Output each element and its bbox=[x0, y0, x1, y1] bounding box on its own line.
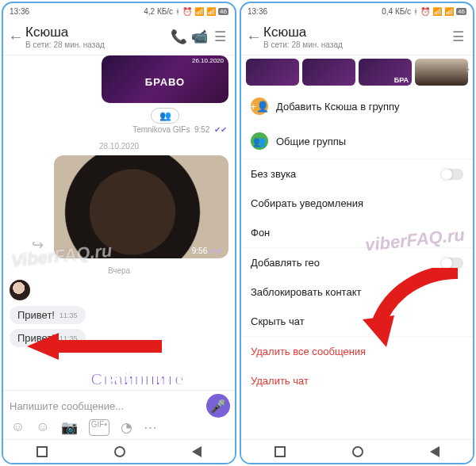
status-bar: 13:36 0,4 КБ/с ᚼ ⏰ 📶 📶 46 bbox=[241, 3, 473, 19]
message-time: 11:35 bbox=[60, 311, 78, 319]
gif-text: БРАВО bbox=[102, 76, 228, 88]
back-icon[interactable]: ← bbox=[8, 28, 25, 46]
android-navbar bbox=[3, 439, 235, 463]
read-icon: ✔✔ bbox=[214, 125, 227, 134]
contact-name: Ксюша bbox=[263, 25, 447, 40]
annotation-swipe-label: Свайпните bbox=[90, 369, 184, 390]
menu-label: Заблокировать контакт bbox=[251, 286, 361, 298]
signal-icon: 📶 bbox=[432, 7, 442, 16]
phone-left: 13:36 4,2 КБ/с ᚼ ⏰ 📶 📶 46 ← Ксюша В сети… bbox=[2, 2, 236, 464]
android-navbar bbox=[241, 439, 473, 463]
wifi-icon: 📶 bbox=[206, 7, 216, 16]
menu-label: Общие группы bbox=[276, 136, 346, 147]
header-title-block[interactable]: Ксюша В сети: 28 мин. назад bbox=[25, 25, 168, 49]
menu-hide-chat[interactable]: Скрыть чат bbox=[241, 307, 473, 336]
nav-back-icon[interactable] bbox=[192, 446, 202, 457]
menu-collect-notifications[interactable]: Собирать уведомления bbox=[241, 189, 473, 218]
gif-image: 26.10.2020 БРАВО bbox=[102, 55, 228, 103]
group-icon[interactable]: 👥 bbox=[151, 108, 179, 124]
menu-label: Добавить Ксюша в группу bbox=[276, 101, 400, 113]
gif-icon[interactable]: GIF• bbox=[89, 419, 109, 436]
menu-background[interactable]: Фон bbox=[241, 218, 473, 247]
chat-menu: +👤 Добавить Ксюша в группу 👥 Общие групп… bbox=[241, 89, 473, 395]
message-text: Привет! bbox=[17, 309, 55, 321]
avatar[interactable] bbox=[10, 280, 30, 300]
contact-status: В сети: 28 мин. назад bbox=[25, 40, 168, 49]
chat-info-panel[interactable]: БРА › +👤 Добавить Ксюша в группу 👥 Общие… bbox=[241, 55, 473, 439]
media-thumb[interactable]: БРА bbox=[359, 59, 412, 86]
chat-header: ← Ксюша В сети: 28 мин. назад ☰ bbox=[241, 19, 473, 55]
message-bubble[interactable]: Привет! 11:35 bbox=[10, 306, 86, 324]
photo-time: 9:56 ✔✔ bbox=[192, 246, 222, 255]
menu-mute[interactable]: Без звука bbox=[241, 159, 473, 189]
menu-icon[interactable]: ☰ bbox=[447, 29, 468, 45]
menu-label: Добавлять гео bbox=[251, 257, 320, 269]
back-icon[interactable]: ← bbox=[246, 28, 263, 46]
battery-badge: 46 bbox=[218, 8, 228, 15]
menu-icon[interactable]: ☰ bbox=[209, 29, 230, 45]
timer-icon[interactable]: ◔ bbox=[121, 419, 132, 436]
chat-header: ← Ксюша В сети: 28 мин. назад 📞 📹 ☰ bbox=[3, 19, 235, 55]
menu-label: Фон bbox=[251, 227, 270, 239]
menu-block-contact[interactable]: Заблокировать контакт bbox=[241, 277, 473, 307]
gif-meta: Temnikova GIFs 9:52 ✔✔ bbox=[3, 125, 235, 134]
bluetooth-icon: ᚼ bbox=[413, 7, 418, 16]
message-text: Привет! bbox=[17, 332, 55, 344]
photo-message[interactable]: ↪ 9:56 ✔✔ bbox=[54, 155, 228, 258]
message-input[interactable]: Напишите сообщение... bbox=[8, 397, 202, 415]
groups-icon: 👥 bbox=[251, 132, 268, 150]
status-net: 0,4 КБ/с bbox=[382, 7, 411, 16]
more-icon[interactable]: ⋯ bbox=[144, 419, 157, 436]
menu-label: Скрыть чат bbox=[251, 315, 305, 327]
emoji-icon[interactable]: ☺ bbox=[36, 419, 49, 436]
date-separator: 28.10.2020 bbox=[3, 142, 235, 151]
menu-add-geo[interactable]: Добавлять гео bbox=[241, 247, 473, 277]
gif-date: 26.10.2020 bbox=[192, 57, 224, 64]
status-bar: 13:36 4,2 КБ/с ᚼ ⏰ 📶 📶 46 bbox=[3, 3, 235, 19]
video-icon[interactable]: 📹 bbox=[189, 29, 209, 45]
nav-home-icon[interactable] bbox=[352, 446, 363, 457]
toggle[interactable] bbox=[441, 169, 463, 180]
menu-add-to-group[interactable]: +👤 Добавить Ксюша в группу bbox=[241, 89, 473, 124]
chevron-right-icon[interactable]: › bbox=[466, 62, 470, 76]
menu-common-groups[interactable]: 👥 Общие группы bbox=[241, 124, 473, 159]
share-icon[interactable]: ↪ bbox=[32, 236, 44, 254]
nav-recent-icon[interactable] bbox=[274, 446, 286, 457]
gif-message[interactable]: 26.10.2020 БРАВО 👥 bbox=[102, 55, 228, 124]
media-thumb[interactable] bbox=[302, 59, 355, 86]
bluetooth-icon: ᚼ bbox=[175, 7, 180, 16]
alarm-icon: ⏰ bbox=[182, 7, 192, 16]
media-thumb[interactable] bbox=[415, 59, 468, 86]
message-bubble[interactable]: Привет! 11:35 bbox=[10, 329, 86, 347]
input-bar: Напишите сообщение... 🎤 ☺ ☺ 📷 GIF• ◔ ⋯ bbox=[3, 390, 235, 439]
voice-button[interactable]: 🎤 bbox=[206, 394, 230, 418]
toggle[interactable] bbox=[441, 258, 463, 269]
menu-delete-chat[interactable]: Удалить чат bbox=[241, 366, 473, 395]
nav-home-icon[interactable] bbox=[114, 446, 125, 457]
sticker-icon[interactable]: ☺ bbox=[11, 419, 25, 436]
contact-name: Ксюша bbox=[25, 25, 168, 40]
thumb-text: БРА bbox=[394, 76, 409, 84]
chat-body[interactable]: 26.10.2020 БРАВО 👥 Temnikova GIFs 9:52 ✔… bbox=[3, 55, 235, 390]
call-icon[interactable]: 📞 bbox=[168, 29, 189, 45]
menu-label: Удалить чат bbox=[251, 375, 309, 387]
add-user-icon: +👤 bbox=[251, 97, 268, 115]
date-separator-2: Вчера bbox=[3, 266, 235, 275]
wifi-icon: 📶 bbox=[444, 7, 454, 16]
camera-icon[interactable]: 📷 bbox=[61, 419, 78, 436]
media-thumb[interactable] bbox=[246, 59, 299, 86]
battery-badge: 46 bbox=[456, 8, 466, 15]
menu-label: Удалить все сообщения bbox=[251, 346, 366, 357]
signal-icon: 📶 bbox=[194, 7, 204, 16]
header-title-block[interactable]: Ксюша В сети: 28 мин. назад bbox=[263, 25, 447, 49]
media-thumbs[interactable]: БРА › bbox=[241, 55, 473, 89]
nav-recent-icon[interactable] bbox=[36, 446, 48, 457]
message-time: 11:35 bbox=[60, 334, 78, 342]
menu-delete-messages[interactable]: Удалить все сообщения bbox=[241, 336, 473, 366]
status-net: 4,2 КБ/с bbox=[144, 7, 173, 16]
status-time: 13:36 bbox=[248, 7, 267, 16]
gif-time: 9:52 bbox=[194, 125, 209, 134]
gif-source: Temnikova GIFs bbox=[132, 125, 190, 134]
nav-back-icon[interactable] bbox=[430, 446, 440, 457]
contact-status: В сети: 28 мин. назад bbox=[263, 40, 447, 49]
